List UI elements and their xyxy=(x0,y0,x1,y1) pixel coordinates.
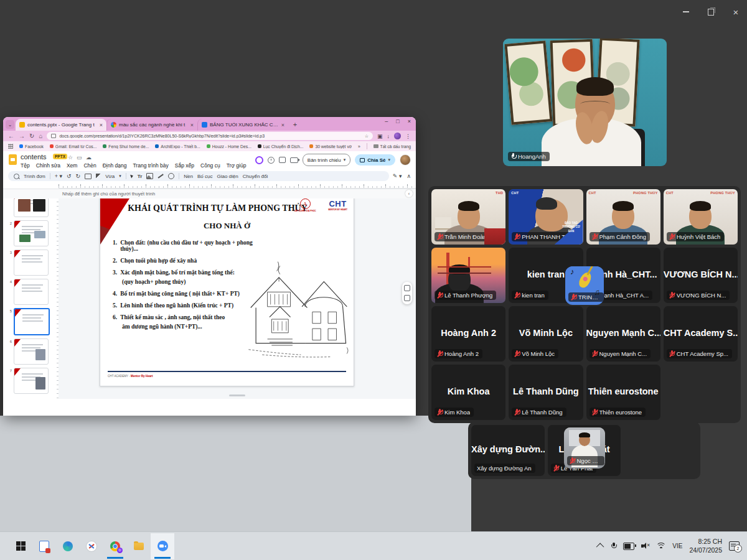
browser-tab[interactable]: contents.pptx - Google Trang t× xyxy=(16,119,106,131)
star-icon[interactable]: ☆ xyxy=(68,154,73,161)
taskbar-app-button[interactable] xyxy=(32,533,56,559)
participant-tile[interactable]: CHTPHONG THỦYHuỳnh Việt Bách xyxy=(664,189,738,245)
slide-thumbnail[interactable] xyxy=(14,308,50,335)
bookmark-item[interactable]: Facebook xyxy=(19,144,44,149)
reload-icon[interactable]: ↻ xyxy=(29,133,34,139)
back-icon[interactable]: ← xyxy=(8,133,14,139)
layout-button[interactable]: Bố cục xyxy=(197,174,212,179)
participant-tile[interactable]: Lê Thanh Phượng xyxy=(431,248,505,303)
menu-item[interactable]: Trang trình bày xyxy=(133,162,168,169)
participant-tile[interactable]: Võ Minh LộcVõ Minh Lộc xyxy=(509,306,583,362)
slide-thumbnail[interactable] xyxy=(14,368,49,394)
wifi-icon[interactable] xyxy=(657,543,665,549)
paint-format-icon[interactable] xyxy=(96,174,101,179)
language-indicator[interactable]: VIE xyxy=(672,543,682,549)
start-button[interactable] xyxy=(9,533,32,559)
present-button[interactable]: Bản trình chiếu ▾ xyxy=(303,154,350,166)
undo-icon[interactable]: ↺ xyxy=(67,173,72,179)
tab-search-icon[interactable]: ⌄ xyxy=(6,120,14,129)
move-folder-icon[interactable]: ▭ xyxy=(77,154,82,161)
chrome-button[interactable] xyxy=(103,533,127,559)
new-slide-icon[interactable]: + ▾ xyxy=(55,173,62,179)
slide-thumbnail[interactable] xyxy=(14,250,49,276)
participant-tile[interactable]: Xây dựng Đườn...Xây dựng Đường An xyxy=(471,425,545,476)
close-button[interactable]: × xyxy=(731,7,741,16)
new-tab-button[interactable]: + xyxy=(291,120,299,129)
comments-icon[interactable] xyxy=(279,157,286,163)
participant-tile[interactable]: CHTĐÀO TẠO TRƯỜNG CƠ BẢNPHAN THANH T... xyxy=(509,189,583,245)
clock[interactable]: 8:25 CH 24/07/2025 xyxy=(689,538,722,554)
zoom-select[interactable]: Vừa xyxy=(105,174,115,179)
insert-image-icon[interactable] xyxy=(146,173,153,179)
insert-shape-icon[interactable] xyxy=(168,173,174,179)
extensions-icon[interactable]: ▣ xyxy=(377,133,383,139)
menu-item[interactable]: Trợ giúp xyxy=(227,162,247,169)
participant-tile[interactable]: CHT Academy S...CHT Academy Sp... xyxy=(664,306,738,362)
search-menus-label[interactable]: Trình đơn xyxy=(24,174,45,179)
tray-microphone-icon[interactable] xyxy=(611,543,616,550)
participant-tile[interactable]: Thiên eurostoneThiên eurostone xyxy=(586,365,660,420)
slide-thumbnail[interactable] xyxy=(14,338,49,365)
menu-item[interactable]: Xem xyxy=(67,162,77,169)
select-cursor-icon[interactable] xyxy=(130,174,134,178)
notes-placeholder[interactable]: Nhấp để thêm ghi chú của người thuyết tr… xyxy=(62,191,155,197)
menu-item[interactable]: Chèn xyxy=(83,162,96,169)
participant-tile[interactable]: Kim KhoaKim Khoa xyxy=(431,365,505,420)
slides-app-icon[interactable] xyxy=(9,154,17,165)
download-icon[interactable]: ↓ xyxy=(387,133,390,139)
slide-thumbnail[interactable] xyxy=(14,220,49,246)
tab-close-icon[interactable]: × xyxy=(100,122,103,128)
participant-tile[interactable]: VƯƠNG BÍCH N...VƯƠNG BÍCH N... xyxy=(664,248,738,303)
apps-grid-icon[interactable] xyxy=(8,144,13,149)
keep-panel-icon[interactable] xyxy=(404,295,410,301)
menu-icon[interactable]: ⋮ xyxy=(405,133,411,139)
redo-icon[interactable]: ↻ xyxy=(76,173,81,179)
print-icon[interactable] xyxy=(85,174,92,179)
participant-tile[interactable]: CHTPHONG THỦYPhạm Cảnh Đông xyxy=(586,189,660,245)
calendar-panel-icon[interactable] xyxy=(404,285,410,291)
bookmark-item[interactable]: Houzz - Home Des... xyxy=(207,144,251,149)
menu-item[interactable]: Định dạng xyxy=(103,162,127,169)
collapse-panel-icon[interactable]: ‹ xyxy=(405,190,413,197)
current-slide[interactable]: KHÁI QUÁT TRÌNH TỰ LÀM PHONG THỦY CHO NH… xyxy=(100,193,354,386)
gemini-icon[interactable] xyxy=(255,156,263,164)
tab-close-icon[interactable]: × xyxy=(190,122,194,128)
bookmark-item[interactable]: 30 website tuyệt vờ... xyxy=(309,144,352,149)
share-button[interactable]: Chia Sẻ ▾ xyxy=(355,154,395,166)
transition-button[interactable]: Chuyển đổi xyxy=(243,174,268,179)
theme-button[interactable]: Giao diện xyxy=(217,174,238,179)
participant-tile[interactable]: Ngọc Khánh xyxy=(564,427,605,469)
document-title[interactable]: contents xyxy=(21,153,47,161)
profile-avatar[interactable] xyxy=(394,133,401,139)
participant-tile[interactable]: Hoàng Anh 2Hoàng Anh 2 xyxy=(431,306,505,362)
account-avatar[interactable] xyxy=(400,154,411,166)
site-info-icon[interactable] xyxy=(51,134,56,138)
bookmark-star-icon[interactable]: ☆ xyxy=(365,134,369,139)
edge-button[interactable] xyxy=(56,533,80,559)
menu-item[interactable]: Chỉnh sửa xyxy=(36,162,60,169)
file-explorer-button[interactable] xyxy=(127,533,151,559)
restore-button[interactable] xyxy=(706,7,716,16)
participant-tile[interactable]: ♪♫TRINH TRAN xyxy=(565,266,604,305)
pen-mode-icon[interactable]: ✎ ▾ xyxy=(393,173,402,179)
home-icon[interactable]: ⌂ xyxy=(39,133,42,139)
bookmark-item[interactable]: Feng Shui home de... xyxy=(103,144,149,149)
speaker-video-tile[interactable]: HoangAnh xyxy=(503,39,667,166)
battery-icon[interactable] xyxy=(623,543,634,550)
slide-thumbnail[interactable] xyxy=(14,279,49,305)
participant-tile[interactable]: Nguyen Mạnh C...Nguyen Mạnh C... xyxy=(586,306,660,362)
collapse-toolbar-icon[interactable]: ∧ xyxy=(406,173,411,179)
browser-tab[interactable]: màu sắc các ngành nghề khi t× xyxy=(106,119,197,131)
history-icon[interactable] xyxy=(268,157,275,164)
chrome-restore-button[interactable]: □ xyxy=(396,118,399,124)
speaker-notes-bar[interactable]: Nhấp để thêm ghi chú của người thuyết tr… xyxy=(3,189,416,198)
bookmark-item[interactable]: Gmail: Email từ Cos... xyxy=(50,144,97,149)
volume-muted-icon[interactable] xyxy=(641,543,650,549)
forward-icon[interactable]: → xyxy=(19,133,25,139)
text-box-icon[interactable]: Tr xyxy=(138,174,143,179)
participant-tile[interactable]: THDTrần Minh Đoàn_... xyxy=(431,189,505,245)
zoom-app-button[interactable] xyxy=(151,533,174,559)
chrome-minimize-button[interactable]: – xyxy=(385,118,388,124)
notification-center-icon[interactable]: 2 xyxy=(729,541,740,551)
url-text[interactable]: docs.google.com/presentation/d/1p2IYCK26… xyxy=(59,134,361,138)
